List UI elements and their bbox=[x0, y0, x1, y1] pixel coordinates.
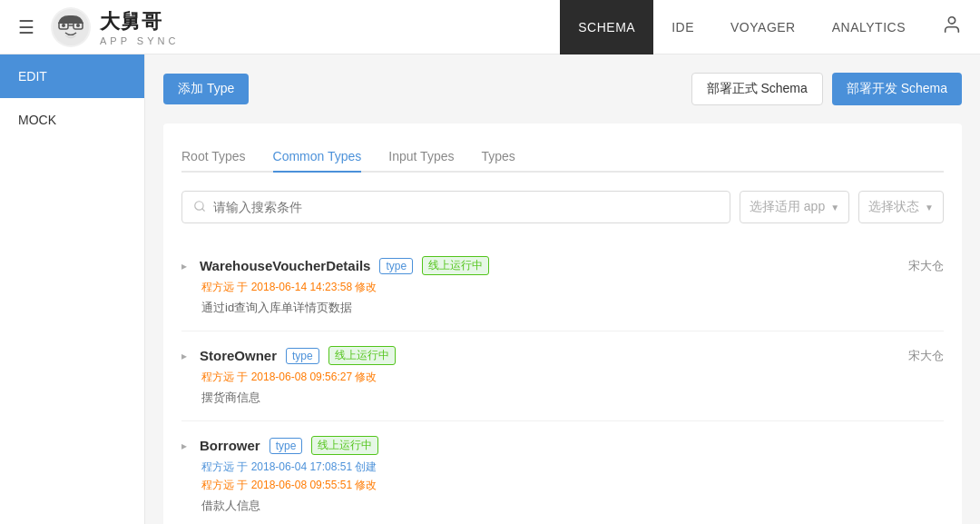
type-name-borrower[interactable]: Borrower bbox=[200, 438, 260, 453]
desc-storeowner: 摆货商信息 bbox=[181, 390, 944, 406]
svg-point-6 bbox=[948, 17, 955, 24]
type-name-storeowner[interactable]: StoreOwner bbox=[200, 348, 277, 363]
logo-avatar bbox=[51, 7, 91, 47]
deploy-dev-button[interactable]: 部署开发 Schema bbox=[832, 73, 962, 105]
deploy-buttons: 部署正式 Schema 部署开发 Schema bbox=[691, 73, 963, 105]
hamburger-icon[interactable]: ☰ bbox=[18, 16, 34, 38]
sidebar: EDIT MOCK bbox=[0, 54, 145, 524]
tabs: Root Types Common Types Input Types Type… bbox=[181, 142, 944, 173]
chevron-down-icon: ▼ bbox=[830, 203, 839, 213]
add-type-button[interactable]: 添加 Type bbox=[163, 74, 249, 104]
nav-analytics[interactable]: ANALYTICS bbox=[814, 0, 924, 54]
user-icon[interactable] bbox=[942, 15, 962, 39]
type-header-warehouse: ▸ WarehouseVoucherDetails type 线上运行中 宋大仓 bbox=[181, 256, 944, 275]
svg-point-5 bbox=[76, 24, 80, 27]
modified-storeowner: 程方远 于 2018-06-08 09:56:27 修改 bbox=[201, 371, 377, 383]
type-name-warehouse[interactable]: WarehouseVoucherDetails bbox=[200, 258, 370, 273]
filter-status-select[interactable]: 选择状态 ▼ bbox=[858, 191, 944, 223]
svg-point-4 bbox=[62, 24, 65, 27]
filters: 选择适用 app ▼ 选择状态 ▼ bbox=[181, 191, 944, 223]
sidebar-item-edit[interactable]: EDIT bbox=[0, 54, 144, 98]
created-borrower: 程方远 于 2018-06-04 17:08:51 创建 bbox=[201, 460, 377, 473]
badge-type-storeowner: type bbox=[286, 348, 319, 364]
type-item-storeowner: ▸ StoreOwner type 线上运行中 宋大仓 程方远 于 2018-0… bbox=[181, 331, 944, 420]
nav-ide[interactable]: IDE bbox=[653, 0, 712, 54]
tab-common-types[interactable]: Common Types bbox=[273, 142, 362, 173]
header: ☰ 大舅哥 APP SYNC bbox=[0, 0, 980, 54]
owner-warehouse: 宋大仓 bbox=[908, 258, 944, 274]
desc-warehouse: 通过id查询入库单详情页数据 bbox=[181, 300, 944, 316]
search-icon bbox=[193, 200, 206, 215]
expand-icon-borrower[interactable]: ▸ bbox=[181, 440, 187, 452]
meta-warehouse: 程方远 于 2018-06-14 14:23:58 修改 bbox=[181, 279, 944, 296]
search-container bbox=[181, 191, 730, 223]
svg-line-8 bbox=[202, 208, 205, 211]
layout: EDIT MOCK 添加 Type 部署正式 Schema 部署开发 Schem… bbox=[0, 54, 980, 524]
actions-bar: 添加 Type 部署正式 Schema 部署开发 Schema bbox=[163, 73, 962, 105]
expand-icon-storeowner[interactable]: ▸ bbox=[181, 350, 187, 362]
type-item-warehouse: ▸ WarehouseVoucherDetails type 线上运行中 宋大仓… bbox=[181, 242, 944, 331]
filter-app-select[interactable]: 选择适用 app ▼ bbox=[740, 191, 849, 223]
tab-input-types[interactable]: Input Types bbox=[388, 142, 454, 173]
modified-borrower: 程方远 于 2018-06-08 09:55:51 修改 bbox=[201, 479, 377, 491]
type-header-borrower: ▸ Borrower type 线上运行中 bbox=[181, 436, 944, 455]
avatar-svg bbox=[53, 9, 89, 45]
logo-title: 大舅哥 bbox=[100, 8, 179, 35]
header-nav: SCHEMA IDE VOYAGER ANALYTICS bbox=[560, 0, 924, 54]
tab-root-types[interactable]: Root Types bbox=[181, 142, 246, 173]
badge-status-storeowner: 线上运行中 bbox=[328, 346, 396, 365]
header-left: ☰ 大舅哥 APP SYNC bbox=[18, 7, 560, 47]
deploy-formal-button[interactable]: 部署正式 Schema bbox=[691, 73, 823, 105]
nav-voyager[interactable]: VOYAGER bbox=[712, 0, 814, 54]
badge-type-warehouse: type bbox=[379, 258, 413, 274]
chevron-down-icon-2: ▼ bbox=[925, 203, 934, 213]
owner-storeowner: 宋大仓 bbox=[908, 348, 944, 364]
main-card: Root Types Common Types Input Types Type… bbox=[163, 124, 962, 524]
type-list: ▸ WarehouseVoucherDetails type 线上运行中 宋大仓… bbox=[181, 242, 944, 524]
logo-sub: APP SYNC bbox=[100, 35, 179, 46]
badge-status-borrower: 线上运行中 bbox=[311, 436, 378, 455]
expand-icon-warehouse[interactable]: ▸ bbox=[181, 260, 187, 272]
logo-text: 大舅哥 APP SYNC bbox=[100, 8, 179, 46]
badge-status-warehouse: 线上运行中 bbox=[422, 256, 489, 275]
meta-borrower: 程方远 于 2018-06-04 17:08:51 创建 程方远 于 2018-… bbox=[181, 459, 944, 493]
badge-type-borrower: type bbox=[270, 438, 303, 454]
desc-borrower: 借款人信息 bbox=[181, 498, 944, 514]
type-item-borrower: ▸ Borrower type 线上运行中 程方远 于 2018-06-04 1… bbox=[181, 420, 944, 524]
svg-point-0 bbox=[53, 9, 89, 45]
filter-app-label: 选择适用 app bbox=[750, 199, 825, 215]
main-content: 添加 Type 部署正式 Schema 部署开发 Schema Root Typ… bbox=[145, 54, 980, 524]
filter-status-label: 选择状态 bbox=[868, 199, 919, 215]
nav-schema[interactable]: SCHEMA bbox=[560, 0, 653, 54]
meta-storeowner: 程方远 于 2018-06-08 09:56:27 修改 bbox=[181, 369, 944, 386]
type-header-storeowner: ▸ StoreOwner type 线上运行中 宋大仓 bbox=[181, 346, 944, 365]
search-input[interactable] bbox=[213, 200, 719, 214]
modified-warehouse: 程方远 于 2018-06-14 14:23:58 修改 bbox=[201, 281, 377, 293]
tab-types[interactable]: Types bbox=[481, 142, 514, 173]
sidebar-item-mock[interactable]: MOCK bbox=[0, 98, 144, 142]
